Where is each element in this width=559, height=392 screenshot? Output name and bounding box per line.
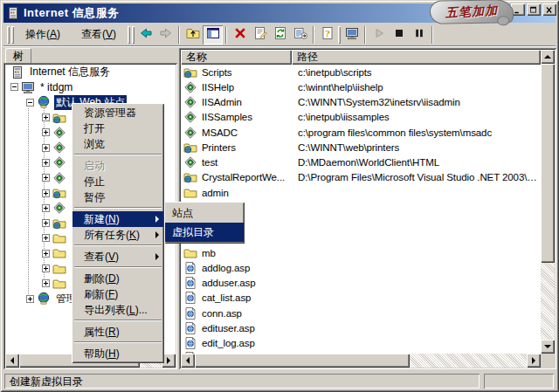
help-button[interactable]: ?: [317, 25, 337, 45]
context-menu-item-export-list[interactable]: 导出列表(L)...: [72, 302, 163, 318]
expand-icon[interactable]: [42, 189, 50, 197]
list-row-MSADC[interactable]: MSADCc:\program files\common files\syste…: [181, 125, 541, 140]
iis-server-icon: [6, 6, 20, 20]
context-menu-item-explorer[interactable]: 资源管理器: [72, 105, 163, 120]
list-row-edit_logasp[interactable]: edit_log.asp: [181, 336, 541, 351]
back-button[interactable]: [135, 25, 155, 45]
properties-button[interactable]: [250, 25, 270, 45]
submenu-item-site[interactable]: 站点: [165, 203, 244, 223]
scroll-track[interactable]: [410, 354, 527, 368]
expand-icon[interactable]: [42, 279, 50, 287]
start-item-button[interactable]: [369, 25, 389, 45]
menu-separator: [74, 266, 162, 268]
collapse-icon[interactable]: [26, 99, 34, 107]
expand-icon[interactable]: [42, 113, 50, 121]
toolbar-grip[interactable]: [338, 26, 341, 44]
context-menu-item-browse[interactable]: 浏览: [72, 136, 163, 152]
context-menu-item-refresh[interactable]: 刷新(F): [72, 286, 163, 302]
expand-icon[interactable]: [42, 128, 50, 136]
scroll-right-button[interactable]: [527, 354, 541, 368]
list-row-IISSamples[interactable]: IISSamplesc:\inetpub\iissamples: [181, 110, 541, 125]
list-row-CrystalReportWe[interactable]: CrystalReportWe...D:\Program Files\Micro…: [181, 170, 541, 185]
scroll-left-button[interactable]: [5, 354, 19, 368]
context-menu-item-properties[interactable]: 属性(R): [72, 324, 163, 340]
menu-action[interactable]: 操作(A): [15, 24, 71, 45]
expand-icon[interactable]: [26, 295, 34, 303]
expand-icon[interactable]: [42, 250, 50, 258]
stop-item-button[interactable]: [389, 25, 409, 45]
toolbar-grip[interactable]: [128, 26, 130, 44]
expand-icon[interactable]: [42, 174, 50, 182]
toolbar-grip[interactable]: [132, 26, 135, 44]
iis-app-icon: [52, 126, 66, 140]
list-row-edituserasp[interactable]: edituser.asp: [181, 320, 541, 335]
delete-button[interactable]: [230, 25, 250, 45]
item-path: c:\winnt\help\iishelp: [298, 82, 539, 93]
context-menu-item-view[interactable]: 查看(V): [72, 249, 163, 265]
list-horizontal-scrollbar: [181, 354, 541, 368]
expand-icon[interactable]: [42, 234, 50, 242]
list-row-admin[interactable]: admin: [181, 185, 541, 200]
ime-watermark: 五笔加加: [430, 0, 514, 24]
context-menu-item-stop[interactable]: 停止: [72, 174, 163, 189]
scroll-down-button[interactable]: [541, 340, 555, 354]
stop-icon: [392, 26, 406, 43]
forward-button[interactable]: [155, 25, 176, 45]
list-row-adduserasp[interactable]: adduser.asp: [181, 276, 541, 291]
list-row-mb[interactable]: mb: [181, 245, 541, 260]
vertical-scroll-thumb[interactable]: [541, 64, 555, 263]
context-menu-item-pause[interactable]: 暂停: [72, 189, 163, 205]
list-row-Scripts[interactable]: Scriptsc:\inetpub\scripts: [181, 65, 541, 79]
list-row-test[interactable]: testD:\MDaemon\WorldClient\HTML: [181, 155, 541, 170]
collapse-icon[interactable]: [10, 83, 18, 91]
context-menu-item-delete[interactable]: 删除(D): [72, 271, 163, 286]
close-button[interactable]: [542, 3, 556, 16]
context-menu-item-open[interactable]: 打开: [72, 120, 163, 136]
toolbar-grip[interactable]: [11, 26, 14, 44]
list-row-IISAdmin[interactable]: IISAdminC:\WINNT\System32\inetsrv\iisadm…: [181, 95, 541, 110]
connect-computer-button[interactable]: [342, 25, 362, 45]
list-row-IISHelp[interactable]: IISHelpc:\winnt\help\iishelp: [181, 79, 541, 94]
expand-icon[interactable]: [42, 265, 50, 272]
export-list-button[interactable]: [290, 25, 310, 45]
tree-node-server-itdgm[interactable]: * itdgm: [5, 79, 176, 94]
context-menu-item-new[interactable]: 新建(N): [72, 211, 163, 227]
pause-item-button[interactable]: [409, 25, 429, 45]
list-row-connasp[interactable]: conn.asp: [181, 306, 541, 320]
tree-node-label: Internet 信息服务: [28, 65, 112, 79]
up-one-level-button[interactable]: [183, 25, 203, 45]
asp-page-icon: [183, 276, 197, 290]
item-path: c:\program files\common files\system\msa…: [298, 127, 539, 138]
column-header-name[interactable]: 名称: [181, 50, 292, 65]
toolbar-grip[interactable]: [7, 26, 10, 44]
item-name: IISAdmin: [202, 97, 242, 107]
scroll-up-button[interactable]: [541, 50, 555, 64]
expand-icon[interactable]: [42, 219, 50, 227]
show-console-tree-button[interactable]: [203, 25, 223, 45]
column-header-path[interactable]: 路径: [292, 50, 541, 65]
context-menu-item-all-tasks[interactable]: 所有任务(K): [72, 227, 163, 243]
web-folder-icon: [183, 65, 197, 79]
submenu-item-virtual-directory[interactable]: 虚拟目录: [165, 223, 244, 242]
horizontal-scroll-thumb[interactable]: [195, 354, 410, 368]
list-row-addlogasp[interactable]: addlog.asp: [181, 260, 541, 275]
scroll-left-button[interactable]: [181, 354, 195, 368]
back-arrow-icon: [139, 26, 153, 43]
item-path: C:\WINNT\System32\inetsrv\iisadmin: [298, 97, 539, 107]
tree-node-root-internet-information-services[interactable]: Internet 信息服务: [5, 65, 176, 79]
expand-icon[interactable]: [42, 144, 50, 152]
maximize-button[interactable]: [527, 3, 541, 16]
menu-view[interactable]: 查看(V): [71, 24, 127, 45]
list-row-cat_listasp[interactable]: cat_list.asp: [181, 291, 541, 306]
context-menu-item-start: 启动: [72, 158, 163, 174]
computer-icon: [345, 26, 359, 43]
item-name: MSADC: [202, 127, 238, 138]
scroll-track[interactable]: [541, 263, 555, 340]
context-menu-item-help[interactable]: 帮助(H): [72, 346, 163, 361]
expand-icon[interactable]: [42, 204, 50, 212]
refresh-button[interactable]: [270, 25, 290, 45]
iis-app-icon: [183, 126, 197, 140]
list-row-Printers[interactable]: PrintersC:\WINNT\web\printers: [181, 140, 541, 155]
expand-icon[interactable]: [42, 159, 50, 167]
server-icon: [10, 65, 24, 79]
